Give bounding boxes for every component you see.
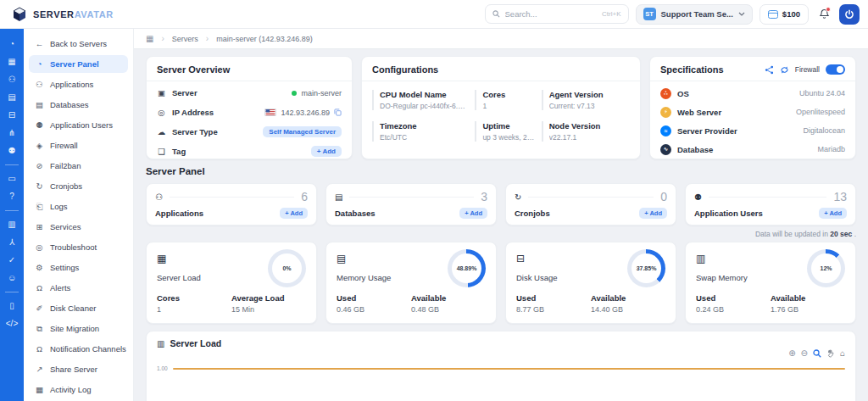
rail-status-icon[interactable]: ✓ bbox=[8, 256, 15, 265]
application-users-count: 13 bbox=[833, 190, 847, 203]
add-database-button[interactable]: + Add bbox=[459, 208, 487, 219]
sidebar-item-databases[interactable]: ▤Databases bbox=[29, 96, 128, 114]
rail-help-icon[interactable]: ? bbox=[9, 192, 14, 201]
card-title: Configurations bbox=[362, 57, 640, 81]
zoom-out-icon[interactable]: ⊖ bbox=[801, 349, 808, 358]
config-cpu-model: CPU Model NameDO-Regular pc-i440fx-6.1 C… bbox=[372, 90, 468, 110]
rail-dashboard-icon[interactable]: ◔ bbox=[9, 40, 14, 48]
spec-row-web-server: ⚡Web Server Openlitespeed bbox=[660, 103, 845, 121]
sidebar-item-fail2ban[interactable]: ⊘Fail2ban bbox=[29, 157, 128, 175]
search-input[interactable] bbox=[505, 9, 598, 19]
lifebuoy-icon: ◎ bbox=[35, 242, 44, 252]
divider bbox=[528, 197, 654, 198]
applications-count: 6 bbox=[301, 190, 308, 203]
broom-icon: ✐ bbox=[35, 304, 44, 313]
power-button[interactable] bbox=[839, 4, 860, 25]
firewall-toggle[interactable] bbox=[826, 64, 845, 75]
sidebar-item-services[interactable]: ⊞Services bbox=[29, 218, 128, 236]
team-name: Support Team Se... bbox=[661, 9, 733, 19]
sidebar-item-cronjobs[interactable]: ↻Cronjobs bbox=[29, 177, 128, 195]
stat-card-cronjobs[interactable]: ↻0 Cronjobs+ Add bbox=[505, 183, 676, 226]
logo[interactable]: SERVERAVATAR bbox=[8, 7, 114, 22]
memory-icon: ▤ bbox=[337, 253, 346, 265]
stat-card-applications[interactable]: ⚇6 Applications+ Add bbox=[146, 183, 317, 226]
rail-applications-icon[interactable]: ⚇ bbox=[8, 75, 16, 84]
server-type-badge: Self Managed Server bbox=[263, 126, 342, 137]
rail-divider bbox=[5, 210, 19, 211]
sidebar-item-notification-channels[interactable]: ΩNotification Channels bbox=[29, 340, 128, 358]
gauge-icon: ◔ bbox=[35, 59, 44, 69]
sidebar-item-application-users[interactable]: ⚉Application Users bbox=[29, 116, 128, 134]
rail-code-icon[interactable]: </> bbox=[6, 320, 18, 328]
rail-analytics-icon[interactable]: ▥ bbox=[8, 220, 15, 229]
team-selector[interactable]: ST Support Team Se... bbox=[636, 4, 753, 25]
sidebar-item-share-server[interactable]: ↗Share Server bbox=[29, 360, 128, 378]
selection-zoom-icon[interactable] bbox=[813, 349, 821, 358]
sidebar-item-applications[interactable]: ⚇Applications bbox=[29, 75, 128, 93]
sidebar-item-firewall[interactable]: ◈Firewall bbox=[29, 136, 128, 154]
cpu-icon: ▦ bbox=[157, 253, 166, 265]
rail-support-icon[interactable]: ☺ bbox=[8, 274, 16, 282]
divider bbox=[349, 197, 474, 198]
sidebar-item-server-panel[interactable]: ◔Server Panel bbox=[29, 55, 128, 73]
location-pin-icon: ◎ bbox=[157, 108, 166, 117]
chart-title: Server Load bbox=[170, 338, 221, 348]
openlitespeed-icon: ⚡ bbox=[660, 107, 671, 118]
rail-panel-icon[interactable]: ▦ bbox=[8, 58, 15, 66]
divider bbox=[170, 197, 294, 198]
rail-users-icon[interactable]: ⚉ bbox=[8, 147, 16, 155]
notification-dot bbox=[826, 7, 831, 12]
pan-hand-icon[interactable] bbox=[826, 349, 835, 358]
swap-memory-icon: ▥ bbox=[696, 253, 705, 265]
main-content: ▦ › Servers › main-server (142.93.246.89… bbox=[134, 29, 868, 401]
rail-organization-icon[interactable]: ⅄ bbox=[9, 238, 14, 247]
share-icon[interactable] bbox=[765, 65, 774, 75]
add-application-button[interactable]: + Add bbox=[280, 208, 308, 219]
home-reset-icon[interactable]: ⌂ bbox=[840, 349, 845, 358]
breadcrumb-separator: › bbox=[206, 34, 209, 43]
rail-billing-icon[interactable]: ▭ bbox=[8, 175, 15, 183]
refresh-icon[interactable] bbox=[780, 65, 789, 75]
rail-device-icon[interactable]: ▯ bbox=[9, 302, 14, 310]
rail-storage-icon[interactable]: ⊟ bbox=[8, 111, 15, 120]
credit-card-icon bbox=[768, 10, 778, 19]
sidebar-item-activity-log[interactable]: ▦Activity Log bbox=[29, 381, 128, 398]
wallet-button[interactable]: $100 bbox=[760, 4, 809, 25]
sidebar-back-to-servers[interactable]: ← Back to Servers bbox=[29, 35, 128, 53]
digitalocean-icon: ≈ bbox=[660, 125, 671, 136]
ubuntu-icon: ∴ bbox=[660, 88, 671, 99]
sidebar-item-site-migration[interactable]: ⧉Site Migration bbox=[29, 320, 128, 337]
sidebar-item-logs[interactable]: ⎗Logs bbox=[29, 198, 128, 215]
configurations-card: Configurations CPU Model NameDO-Regular … bbox=[361, 56, 641, 159]
notifications-button[interactable] bbox=[815, 6, 832, 23]
chevron-down-icon bbox=[738, 12, 745, 16]
grid-icon[interactable]: ▦ bbox=[146, 34, 153, 43]
global-search[interactable]: Ctrl+K bbox=[485, 4, 629, 24]
sidebar-item-settings[interactable]: ⚙Settings bbox=[29, 259, 128, 276]
zoom-in-icon[interactable]: ⊕ bbox=[788, 349, 795, 358]
sidebar-item-alerts[interactable]: ΩAlerts bbox=[29, 279, 128, 297]
search-icon bbox=[492, 10, 500, 18]
breadcrumb-servers[interactable]: Servers bbox=[172, 35, 198, 43]
server-icon: ▣ bbox=[157, 88, 166, 97]
arrow-left-icon: ← bbox=[35, 39, 44, 48]
metric-card-memory: ▤ 48.89% Memory Usage Used0.46 GB Availa… bbox=[326, 242, 497, 324]
metric-card-swap: ▥ 12% Swap Memory Used0.24 GB Available1… bbox=[685, 242, 856, 324]
add-cronjob-button[interactable]: + Add bbox=[639, 208, 667, 219]
add-application-user-button[interactable]: + Add bbox=[819, 208, 847, 219]
logo-cube-icon bbox=[12, 7, 27, 22]
rail-network-icon[interactable]: ⋔ bbox=[8, 129, 15, 137]
brand-text: SERVERAVATAR bbox=[33, 9, 114, 19]
copy-icon[interactable] bbox=[334, 109, 342, 116]
add-tag-button[interactable]: + Add bbox=[311, 146, 342, 157]
sidebar-item-troubleshoot[interactable]: ◎Troubleshoot bbox=[29, 238, 128, 256]
rail-databases-icon[interactable]: ▤ bbox=[8, 93, 15, 102]
overview-row-ip: ◎IP Address 142.93.246.89 bbox=[157, 103, 342, 122]
stat-card-databases[interactable]: ▤3 Databases+ Add bbox=[326, 183, 497, 226]
server-name: main-server bbox=[301, 89, 342, 97]
threshold-line bbox=[173, 368, 845, 370]
memory-usage-donut: 48.89% bbox=[448, 249, 486, 287]
update-countdown: Data will be updated in 20 sec . bbox=[146, 230, 856, 238]
sidebar-item-disk-cleaner[interactable]: ✐Disk Cleaner bbox=[29, 299, 128, 317]
stat-card-application-users[interactable]: ⚉13 Application Users+ Add bbox=[685, 183, 856, 226]
